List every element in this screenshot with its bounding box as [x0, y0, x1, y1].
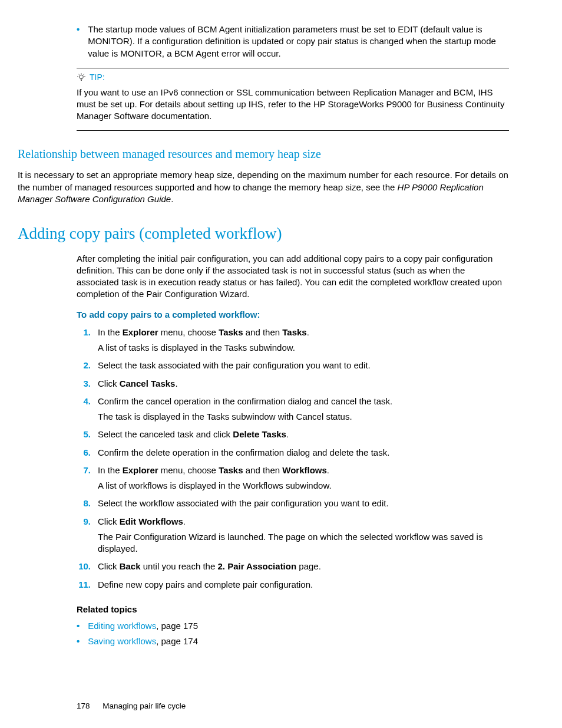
tip-label: TIP: — [90, 72, 105, 83]
step-number: 4. — [77, 396, 91, 423]
step-sub: The Pair Configuration Wizard is launche… — [98, 531, 509, 555]
step-item: 2.Select the task associated with the pa… — [77, 360, 509, 371]
footer-section: Managing pair life cycle — [103, 701, 186, 710]
procedure-title: To add copy pairs to a completed workflo… — [77, 309, 509, 321]
related-topics-heading: Related topics — [77, 604, 509, 615]
page-number: 178 — [77, 701, 90, 710]
tip-block: TIP: If you want to use an IPv6 connecti… — [77, 68, 509, 131]
step-body: In the Explorer menu, choose Tasks and t… — [98, 465, 509, 492]
step-number: 5. — [77, 429, 91, 440]
step-item: 7.In the Explorer menu, choose Tasks and… — [77, 465, 509, 492]
related-topics-list: •Editing workflows, page 175•Saving work… — [77, 620, 509, 648]
step-item: 4.Confirm the cancel operation in the co… — [77, 396, 509, 423]
step-number: 7. — [77, 465, 91, 492]
step-body: Select the canceled task and click Delet… — [98, 429, 509, 440]
related-link[interactable]: Editing workflows — [88, 621, 156, 631]
step-body: Define new copy pairs and complete pair … — [98, 579, 509, 591]
step-item: 10.Click Back until you reach the 2. Pai… — [77, 561, 509, 572]
divider — [77, 130, 509, 131]
bullet-icon: • — [77, 24, 80, 60]
steps-list: 1.In the Explorer menu, choose Tasks and… — [77, 327, 509, 591]
page-footer: 178 Managing pair life cycle — [77, 701, 509, 711]
tip-body: If you want to use an IPv6 connection or… — [77, 87, 509, 123]
related-item: •Saving workflows, page 174 — [77, 635, 509, 647]
intro-bullet-text: The startup mode values of BCM Agent ini… — [88, 24, 509, 60]
step-item: 11.Define new copy pairs and complete pa… — [77, 579, 509, 591]
step-number: 6. — [77, 447, 91, 459]
step-item: 5.Select the canceled task and click Del… — [77, 429, 509, 440]
step-item: 8.Select the workflow associated with th… — [77, 498, 509, 509]
step-sub: The task is displayed in the Tasks subwi… — [98, 411, 509, 423]
step-number: 9. — [77, 516, 91, 555]
step-body: Select the task associated with the pair… — [98, 360, 509, 371]
step-item: 9.Click Edit Workflows.The Pair Configur… — [77, 516, 509, 555]
related-item: •Editing workflows, page 175 — [77, 620, 509, 632]
divider — [77, 68, 509, 68]
step-item: 3.Click Cancel Tasks. — [77, 378, 509, 390]
step-body: Confirm the delete operation in the conf… — [98, 447, 509, 459]
step-number: 11. — [77, 579, 91, 591]
step-item: 6.Confirm the delete operation in the co… — [77, 447, 509, 459]
step-sub: A list of tasks is displayed in the Task… — [98, 342, 509, 354]
svg-point-0 — [80, 75, 84, 79]
relationship-body: It is necessary to set an appropriate me… — [18, 169, 509, 205]
bullet-icon: • — [77, 635, 80, 647]
step-sub: A list of workflows is displayed in the … — [98, 480, 509, 492]
step-number: 2. — [77, 360, 91, 371]
step-body: Confirm the cancel operation in the conf… — [98, 396, 509, 423]
adding-intro: After completing the initial pair config… — [77, 253, 509, 301]
step-number: 10. — [77, 561, 91, 572]
step-number: 1. — [77, 327, 91, 354]
bullet-icon: • — [77, 620, 80, 632]
step-body: Click Cancel Tasks. — [98, 378, 509, 390]
heading-relationship: Relationship between managed resources a… — [18, 146, 509, 162]
step-body: Click Back until you reach the 2. Pair A… — [98, 561, 509, 572]
heading-adding-copy-pairs: Adding copy pairs (completed workflow) — [18, 223, 509, 244]
step-body: Click Edit Workflows.The Pair Configurat… — [98, 516, 509, 555]
related-link[interactable]: Saving workflows — [88, 636, 156, 646]
intro-bullet-item: • The startup mode values of BCM Agent i… — [77, 24, 509, 60]
step-body: In the Explorer menu, choose Tasks and t… — [98, 327, 509, 354]
step-item: 1.In the Explorer menu, choose Tasks and… — [77, 327, 509, 354]
step-number: 3. — [77, 378, 91, 390]
tip-icon — [77, 73, 86, 82]
step-body: Select the workflow associated with the … — [98, 498, 509, 509]
step-number: 8. — [77, 498, 91, 509]
